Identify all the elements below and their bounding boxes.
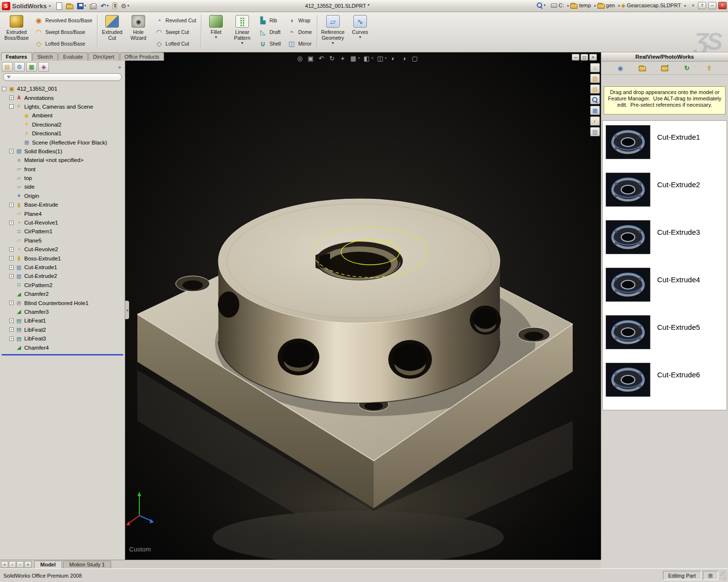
shadows-icon[interactable] [400,54,408,62]
mirror-button[interactable]: Mirror [285,38,314,49]
save-icon[interactable]: ▾ [76,2,88,10]
tree-expander[interactable]: + [9,256,14,260]
rebuild-icon[interactable] [111,1,118,10]
feature-tree-filter-input[interactable] [13,74,118,80]
breadcrumb-item[interactable]: Gearcasecap.SLDPRT [621,2,686,8]
reference-geometry-button[interactable]: Reference Geometry ▾ [319,13,347,51]
tree-item[interactable]: top [1,174,125,182]
tree-item[interactable]: + Boss-Extrude1 [1,254,125,262]
appearance-list-item[interactable]: Cut-Extrude3 [603,218,727,265]
appearance-list-item[interactable]: Cut-Extrude1 [603,123,727,170]
appearance-thumbnail[interactable] [606,220,650,254]
window-resize-grip[interactable] [720,571,727,580]
refresh-icon[interactable] [682,64,692,73]
apply-icon[interactable] [704,64,714,73]
appearance-list-item[interactable]: Cut-Extrude4 [603,265,727,313]
previous-view-icon[interactable] [317,54,325,62]
tree-expander[interactable] [9,211,14,216]
tree-expander[interactable] [9,167,14,171]
commandmanager-tab[interactable]: Office Products [120,52,165,61]
curves-button[interactable]: Curves ▾ [347,13,373,51]
tree-item[interactable]: side [1,182,125,191]
tree-item[interactable]: Ambient [1,111,125,120]
tree-item[interactable]: + Annotations [1,93,125,102]
tree-item[interactable]: Chamfer3 [1,307,125,316]
help-button[interactable]: ? [698,2,706,9]
document-tab[interactable]: Model [34,561,62,568]
section-view-icon[interactable]: ▾ [376,54,387,62]
options-icon[interactable]: ▾ [119,2,131,10]
commandmanager-tab[interactable]: Evaluate [58,52,88,61]
extruded-cut-button[interactable]: Extruded Cut [99,13,125,51]
tree-item[interactable]: Chamfer4 [1,343,125,352]
tree-expander[interactable] [17,122,21,127]
tree-expander[interactable] [9,238,14,242]
tree-item[interactable]: Material <not specified> [1,156,125,164]
tree-item[interactable]: + Cut-Extrude2 [1,272,125,280]
camera-icon[interactable] [411,54,419,62]
hole-wizard-button[interactable]: Hole Wizard [125,13,151,51]
tree-item[interactable]: CirPattern1 [1,227,125,236]
appearance-thumbnail[interactable] [606,125,650,159]
minimize-button[interactable]: – [708,2,716,9]
tree-item[interactable]: + LibFeat1 [1,316,125,325]
extruded-boss-base-button[interactable]: Extruded Boss/Base [2,13,31,51]
tree-item[interactable]: + Cut-Extrude1 [1,263,125,272]
close-icon[interactable] [589,54,597,61]
rib-button[interactable]: Rib [257,15,282,26]
dome-button[interactable]: Dome [285,27,314,38]
appearance-thumbnail[interactable] [606,315,650,349]
tree-expander[interactable] [9,229,14,234]
tree-expander[interactable]: + [9,247,14,252]
tree-expander[interactable] [9,292,14,296]
first-tab-icon[interactable] [1,561,8,568]
tree-expander[interactable] [17,131,21,136]
tree-expander[interactable]: + [9,265,14,270]
pin-icon[interactable] [615,64,625,73]
breadcrumb-item[interactable]: temp [570,2,596,9]
tree-expander[interactable] [9,194,14,198]
tree-item[interactable]: Directional2 [1,120,125,129]
pan-icon[interactable] [339,54,347,62]
tree-expander[interactable] [9,185,14,189]
tree-expander[interactable] [9,283,14,287]
revolved-cut-button[interactable]: Revolved Cut [153,15,198,26]
view-palette-icon[interactable] [590,106,600,115]
tree-expander[interactable]: + [9,149,14,153]
tree-item[interactable]: + Solid Bodies(1) [1,147,125,156]
commandmanager-tab[interactable]: Features [1,52,32,61]
tree-expander[interactable] [9,309,14,314]
configurationmanager-tab-icon[interactable] [26,62,37,72]
display-style-icon[interactable]: ▾ [363,54,374,62]
tree-expander[interactable]: + [9,96,14,100]
featuremanager-tab-icon[interactable] [2,62,13,72]
swept-boss-base-button[interactable]: Swept Boss/Base [33,27,94,38]
zoom-fit-icon[interactable] [296,54,304,62]
tree-item[interactable]: + Cut-Revolve2 [1,245,125,254]
design-library-icon[interactable] [590,74,600,83]
manager-tabs-overflow[interactable]: » [116,65,123,70]
undo-icon[interactable]: ▾ [99,2,110,10]
prev-tab-icon[interactable] [9,561,16,568]
rotate-view-icon[interactable] [328,54,336,62]
tree-item[interactable]: Directional1 [1,129,125,138]
tree-expander[interactable]: + [9,221,14,225]
shell-button[interactable]: Shell [257,38,282,49]
tree-expander[interactable] [9,345,14,350]
tree-expander[interactable]: + [9,274,14,278]
propertymanager-tab-icon[interactable] [14,62,25,72]
tree-expander[interactable]: - [2,87,6,91]
fillet-button[interactable]: Fillet ▾ [203,13,229,51]
last-tab-icon[interactable] [24,561,32,568]
file-explorer-icon[interactable] [590,84,600,94]
tree-item[interactable]: - Lights, Cameras and Scene [1,102,125,111]
commandmanager-tab[interactable]: Sketch [33,52,58,61]
menu-expand-caret[interactable]: ▸ [49,4,51,8]
tree-expander[interactable]: + [9,301,14,305]
tree-item[interactable]: - 412_13552_001 [1,84,125,93]
lofted-cut-button[interactable]: Lofted Cut [153,38,198,49]
tree-item[interactable]: front [1,165,125,174]
wrap-button[interactable]: Wrap [285,15,314,26]
tree-item[interactable]: Chamfer2 [1,290,125,298]
tree-expander[interactable] [17,140,21,145]
